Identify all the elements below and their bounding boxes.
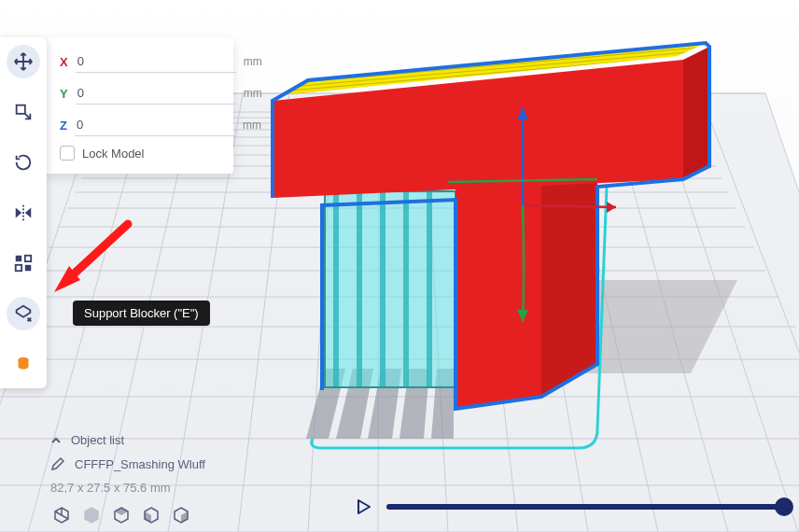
unit-label: mm: [244, 87, 262, 100]
object-list-header[interactable]: Object list: [50, 433, 205, 447]
lock-model-row[interactable]: Lock Model: [60, 146, 220, 161]
position-z-input[interactable]: [75, 114, 235, 136]
custom-supports-tool[interactable]: [7, 347, 40, 381]
chevron-up-icon: [50, 435, 62, 446]
play-icon[interactable]: [355, 498, 371, 515]
svg-rect-74: [17, 105, 25, 114]
svg-rect-46: [325, 191, 456, 387]
position-y-input[interactable]: [76, 82, 236, 105]
layer-slider: [355, 498, 784, 515]
svg-rect-78: [25, 265, 31, 271]
lock-model-checkbox[interactable]: [60, 146, 75, 161]
move-tool[interactable]: [7, 45, 40, 78]
object-name: CFFFP_Smashing Wluff: [75, 457, 205, 471]
svg-marker-56: [683, 47, 709, 179]
unit-label: mm: [243, 119, 261, 132]
layer-slider-track[interactable]: [386, 504, 784, 510]
lock-model-label: Lock Model: [82, 147, 144, 161]
rotate-tool[interactable]: [7, 146, 40, 179]
object-list-title: Object list: [71, 433, 124, 447]
per-model-settings-tool[interactable]: [7, 246, 40, 280]
axis-label-y: Y: [60, 87, 68, 101]
left-toolbar: [0, 37, 47, 388]
scale-tool[interactable]: [7, 95, 40, 129]
support-blocker-tool[interactable]: [7, 297, 40, 330]
object-list-panel: Object list CFFFP_Smashing Wluff 82,7 x …: [50, 433, 205, 526]
svg-marker-53: [456, 183, 541, 409]
view-front-button[interactable]: [80, 504, 103, 526]
view-iso-button[interactable]: [50, 504, 73, 526]
position-x-input[interactable]: [76, 50, 236, 73]
unit-label: mm: [244, 55, 262, 68]
axis-label-z: Z: [60, 119, 67, 133]
object-list-item[interactable]: CFFFP_Smashing Wluff: [50, 456, 205, 471]
view-orientation-buttons: [50, 504, 205, 526]
svg-rect-76: [25, 256, 31, 261]
svg-marker-54: [541, 168, 597, 397]
view-right-button[interactable]: [170, 504, 192, 526]
svg-rect-75: [16, 256, 21, 261]
layer-slider-handle[interactable]: [775, 497, 793, 516]
mirror-tool[interactable]: [7, 196, 40, 230]
svg-rect-77: [16, 265, 21, 271]
transform-panel: X mm Y mm Z mm Lock Model: [47, 37, 233, 174]
view-top-button[interactable]: [110, 504, 133, 526]
tooltip: Support Blocker ("E"): [73, 301, 210, 326]
pencil-icon: [50, 456, 65, 471]
object-dimensions: 82,7 x 27.5 x 75.6 mm: [50, 481, 171, 495]
axis-label-x: X: [60, 55, 68, 69]
view-left-button[interactable]: [140, 504, 162, 526]
